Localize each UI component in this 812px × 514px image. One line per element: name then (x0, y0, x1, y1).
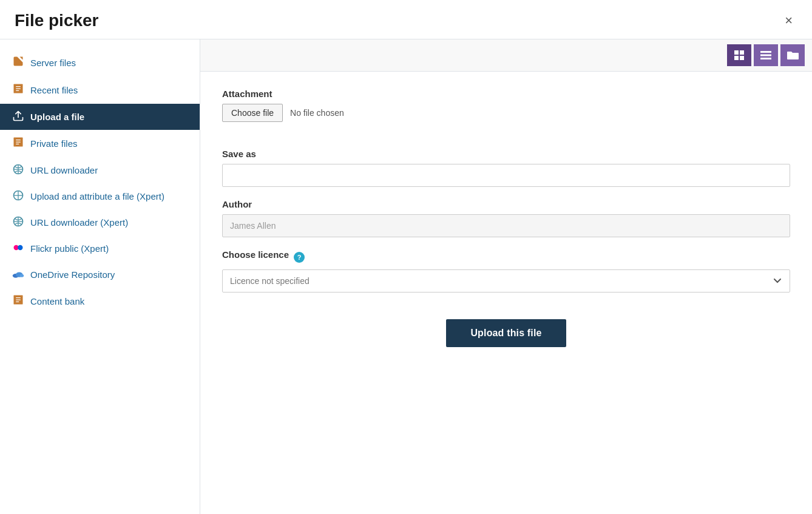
author-input[interactable] (222, 214, 790, 237)
sidebar-item-server-files[interactable]: Server files (0, 49, 200, 76)
private-files-icon (12, 136, 24, 151)
svg-rect-14 (740, 56, 744, 60)
dialog-header: File picker × (0, 0, 812, 39)
author-label: Author (222, 199, 790, 209)
licence-label: Choose licence (222, 249, 289, 260)
main-content: Attachment Choose file No file chosen Sa… (200, 39, 812, 514)
sidebar-item-label: Upload a file (30, 112, 84, 122)
sidebar-item-upload-file[interactable]: Upload a file (0, 104, 200, 130)
author-group: Author (222, 199, 790, 237)
upload-attribute-icon (12, 189, 24, 203)
sidebar-item-url-downloader-xpert[interactable]: URL downloader (Xpert) (0, 209, 200, 235)
save-as-label: Save as (222, 149, 790, 159)
sidebar-item-onedrive[interactable]: OneDrive Repository (0, 262, 200, 288)
onedrive-icon (12, 268, 24, 282)
svg-rect-17 (760, 58, 771, 59)
sidebar: Server files Recent files Upload a (0, 39, 200, 514)
sidebar-item-label: Upload and attribute a file (Xpert) (30, 191, 164, 201)
svg-rect-15 (760, 51, 771, 53)
save-as-input[interactable] (222, 164, 790, 187)
attachment-label: Attachment (222, 89, 790, 99)
sidebar-item-label: Private files (30, 138, 78, 149)
licence-label-row: Choose licence ? (222, 249, 790, 265)
url-downloader-xpert-icon (12, 215, 24, 229)
licence-help-icon[interactable]: ? (294, 252, 305, 263)
sidebar-item-label: URL downloader (30, 165, 98, 175)
save-as-group: Save as (222, 149, 790, 187)
sidebar-item-recent-files[interactable]: Recent files (0, 76, 200, 104)
dialog-body: Server files Recent files Upload a (0, 39, 812, 514)
sidebar-item-label: Recent files (30, 85, 78, 95)
sidebar-item-label: OneDrive Repository (30, 269, 115, 280)
view-list-button[interactable] (754, 44, 778, 66)
licence-group: Choose licence ? Licence not specified A… (222, 249, 790, 293)
svg-point-6 (18, 245, 22, 250)
view-folder-button[interactable] (780, 44, 805, 66)
svg-rect-12 (740, 50, 744, 55)
svg-rect-16 (760, 55, 771, 56)
svg-rect-11 (734, 50, 739, 55)
close-button[interactable]: × (780, 12, 797, 30)
no-file-text: No file chosen (290, 108, 344, 118)
sidebar-item-upload-attribute[interactable]: Upload and attribute a file (Xpert) (0, 183, 200, 209)
svg-rect-13 (734, 56, 739, 60)
sidebar-item-label: Content bank (30, 296, 84, 306)
sidebar-item-label: URL downloader (Xpert) (30, 217, 128, 228)
sidebar-item-private-files[interactable]: Private files (0, 130, 200, 157)
sidebar-item-url-downloader[interactable]: URL downloader (0, 157, 200, 183)
upload-this-file-button[interactable]: Upload this file (446, 319, 566, 347)
view-grid-button[interactable] (727, 44, 751, 66)
sidebar-item-flickr[interactable]: Flickr public (Xpert) (0, 235, 200, 262)
form-area: Attachment Choose file No file chosen Sa… (200, 72, 812, 514)
server-files-icon (12, 55, 24, 70)
flickr-icon (12, 242, 24, 255)
upload-file-icon (12, 110, 24, 124)
sidebar-item-label: Flickr public (Xpert) (30, 243, 109, 254)
content-bank-icon (12, 294, 24, 309)
recent-files-icon (12, 83, 24, 98)
svg-point-9 (20, 274, 24, 277)
toolbar (200, 39, 812, 72)
dialog-title: File picker (15, 11, 99, 30)
sidebar-item-label: Server files (30, 58, 76, 68)
attachment-row: Choose file No file chosen (222, 104, 790, 122)
licence-select[interactable]: Licence not specified All rights reserve… (222, 269, 790, 293)
url-downloader-icon (12, 163, 24, 177)
choose-file-button[interactable]: Choose file (222, 104, 283, 122)
attachment-group: Attachment Choose file No file chosen (222, 89, 790, 137)
file-picker-dialog: File picker × Server files (0, 0, 812, 514)
sidebar-item-content-bank[interactable]: Content bank (0, 288, 200, 315)
